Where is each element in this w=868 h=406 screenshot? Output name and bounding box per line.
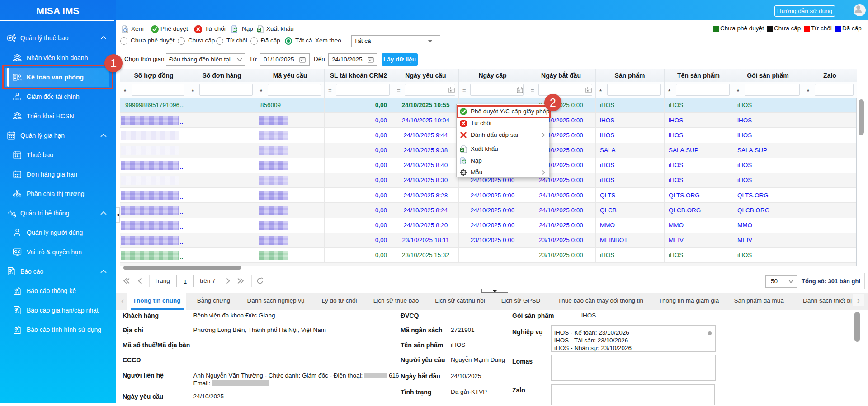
svg-text:CEO: CEO <box>15 98 19 100</box>
